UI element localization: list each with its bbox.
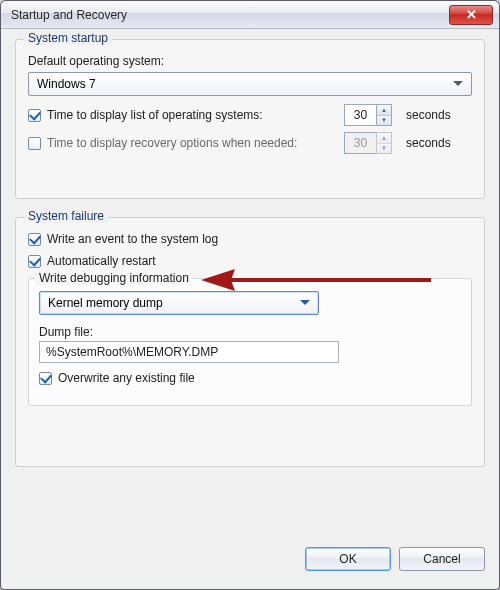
ok-button[interactable]: OK xyxy=(305,547,391,571)
dialog-button-row: OK Cancel xyxy=(1,547,499,581)
startup-recovery-dialog: Startup and Recovery ✕ System startup De… xyxy=(0,0,500,590)
chevron-down-icon xyxy=(296,294,314,312)
titlebar: Startup and Recovery ✕ xyxy=(1,1,499,29)
dump-file-label: Dump file: xyxy=(39,325,93,339)
system-startup-legend: System startup xyxy=(24,31,112,45)
seconds-unit: seconds xyxy=(406,108,451,122)
chevron-down-icon xyxy=(449,75,467,93)
spinner-down-icon: ▼ xyxy=(377,144,391,154)
system-failure-group: System failure Write an event to the sys… xyxy=(15,217,485,467)
dump-file-field[interactable] xyxy=(39,341,339,363)
display-recovery-label: Time to display recovery options when ne… xyxy=(47,136,297,150)
system-startup-group: System startup Default operating system:… xyxy=(15,39,485,199)
default-os-label: Default operating system: xyxy=(28,54,164,68)
close-button[interactable]: ✕ xyxy=(449,5,493,25)
close-icon: ✕ xyxy=(466,8,477,21)
display-os-list-spinner[interactable]: ▲ ▼ xyxy=(344,104,392,126)
default-os-combo[interactable]: Windows 7 xyxy=(28,72,472,96)
dialog-content: System startup Default operating system:… xyxy=(1,29,499,495)
auto-restart-checkbox[interactable] xyxy=(28,255,41,268)
seconds-unit: seconds xyxy=(406,136,451,150)
write-event-label: Write an event to the system log xyxy=(47,232,218,246)
system-failure-legend: System failure xyxy=(24,209,108,223)
display-os-list-label: Time to display list of operating system… xyxy=(47,108,263,122)
window-title: Startup and Recovery xyxy=(11,8,449,22)
dump-type-value: Kernel memory dump xyxy=(48,296,296,310)
spinner-down-icon[interactable]: ▼ xyxy=(377,116,391,126)
display-recovery-spinner[interactable]: ▲ ▼ xyxy=(344,132,392,154)
display-os-list-value[interactable] xyxy=(344,104,376,126)
overwrite-checkbox[interactable] xyxy=(39,372,52,385)
display-os-list-checkbox[interactable] xyxy=(28,109,41,122)
spinner-up-icon: ▲ xyxy=(377,133,391,144)
debug-info-subgroup: Write debugging information Kernel memor… xyxy=(28,278,472,406)
dump-type-combo[interactable]: Kernel memory dump xyxy=(39,291,319,315)
overwrite-label: Overwrite any existing file xyxy=(58,371,195,385)
default-os-value: Windows 7 xyxy=(37,77,449,91)
write-event-checkbox[interactable] xyxy=(28,233,41,246)
spinner-buttons: ▲ ▼ xyxy=(376,132,392,154)
display-recovery-checkbox[interactable] xyxy=(28,137,41,150)
auto-restart-label: Automatically restart xyxy=(47,254,156,268)
cancel-button[interactable]: Cancel xyxy=(399,547,485,571)
debug-info-legend: Write debugging information xyxy=(35,271,193,285)
display-recovery-value xyxy=(344,132,376,154)
spinner-buttons[interactable]: ▲ ▼ xyxy=(376,104,392,126)
spinner-up-icon[interactable]: ▲ xyxy=(377,105,391,116)
